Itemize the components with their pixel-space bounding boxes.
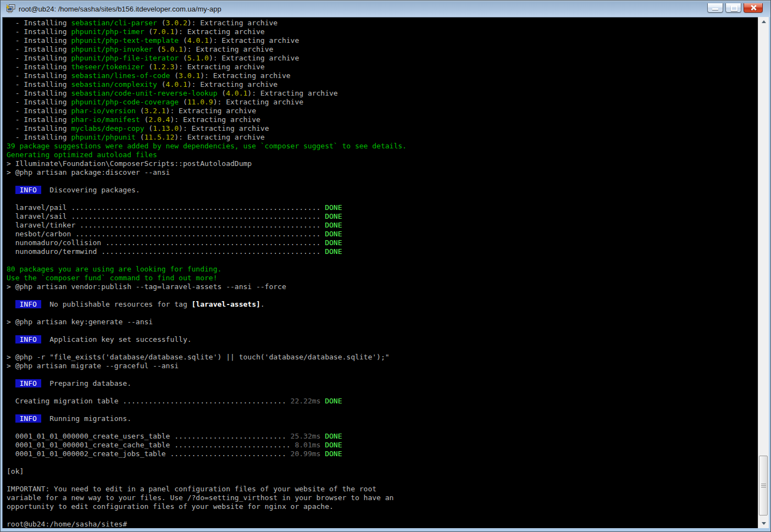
terminal-text-segment: phpunit/php-code-coverage [71, 98, 179, 106]
terminal-text-segment: - Installing [7, 27, 71, 36]
terminal-text-segment: 7.0.1 [153, 27, 174, 36]
terminal-line [7, 256, 758, 265]
terminal-text-segment: - Installing [7, 133, 71, 141]
terminal-line: Use the `composer fund` command to find … [7, 274, 758, 282]
scroll-up-button[interactable] [758, 17, 769, 26]
terminal-text-segment: - Installing [7, 124, 71, 132]
terminal-text-segment: 11.0.9 [187, 98, 213, 106]
terminal-text-segment: 5.1.0 [187, 54, 209, 62]
close-icon [750, 4, 757, 11]
terminal-text-segment [7, 379, 15, 387]
terminal-text-segment [286, 450, 291, 458]
terminal-text-segment: ( [136, 133, 145, 141]
minimize-button[interactable] [707, 3, 723, 13]
terminal-text-segment: 0001_01_01_000002_create_jobs_table [7, 450, 170, 458]
terminal-text-segment: ( [179, 98, 187, 106]
terminal-text-segment: ........................................… [106, 239, 320, 247]
terminal-text-segment: 4.0.1 [166, 80, 187, 88]
terminal-text-segment: phpunit/php-timer [71, 27, 144, 36]
terminal-text-segment: variable for a new way to your files. Us… [7, 494, 393, 502]
terminal-text-segment: DONE [325, 239, 342, 247]
terminal-text-segment: ): Extracting archive [200, 71, 290, 80]
terminal-line: - Installing phpunit/php-invoker (5.0.1)… [7, 45, 758, 54]
terminal-text-segment: nunomaduro/collision [7, 239, 106, 247]
terminal-line [7, 177, 758, 186]
terminal-text-segment: Application key set successfully. [41, 335, 192, 343]
terminal-line [7, 458, 758, 467]
terminal-line [7, 309, 758, 318]
terminal-text-segment: DONE [325, 397, 342, 405]
terminal-text-segment: Discovering packages. [41, 186, 140, 194]
terminal-line: - Installing myclabs/deep-copy (1.13.0):… [7, 124, 758, 133]
terminal-text-segment: ): Extracting archive [247, 89, 337, 97]
putty-window: root@ub24: /home/sasha/sites/b156.itdeve… [0, 0, 771, 532]
terminal-text-segment: .......................... [174, 432, 286, 440]
scroll-thumb[interactable] [759, 456, 768, 516]
terminal-text-segment: 1.2.3 [153, 63, 174, 71]
terminal-text-segment: - Installing [7, 54, 71, 62]
terminal-text-segment: ( [136, 107, 145, 115]
terminal-line [7, 406, 758, 414]
terminal-text-segment: ...................................... [123, 397, 286, 405]
terminal-text-segment: . [260, 300, 265, 308]
terminal-text-segment: DONE [325, 203, 342, 212]
terminal-line [7, 423, 758, 432]
terminal-text-segment: > @php artisan vendor:publish --tag=lara… [7, 282, 286, 291]
terminal-text-segment [320, 221, 325, 229]
terminal-text-segment: laravel/tinker [7, 221, 80, 229]
terminal-line: - Installing theseer/tokenizer (1.2.3): … [7, 63, 758, 71]
terminal-text-segment: ( [157, 19, 166, 27]
terminal-text-segment: ........................................… [71, 212, 320, 220]
terminal-text-segment: - Installing [7, 98, 71, 106]
terminal-text-segment: Running migrations. [41, 414, 131, 423]
terminal-text-segment [7, 335, 15, 343]
terminal-line: 0001_01_01_000001_create_cache_table ...… [7, 441, 758, 450]
terminal-text-segment [320, 239, 325, 247]
terminal-text-segment: No publishable resources for tag [41, 300, 192, 308]
terminal-text-segment: phar-io/manifest [71, 115, 140, 124]
terminal-line: - Installing sebastian/complexity (4.0.1… [7, 80, 758, 89]
terminal-line: - Installing phar-io/version (3.2.1): Ex… [7, 107, 758, 115]
terminal-line: laravel/tinker .........................… [7, 221, 758, 230]
maximize-icon [731, 5, 737, 11]
titlebar[interactable]: root@ub24: /home/sasha/sites/b156.itdeve… [1, 1, 770, 17]
terminal-line: 39 package suggestions were added by new… [7, 142, 758, 151]
terminal-line: nesbot/carbon ..........................… [7, 230, 758, 239]
close-button[interactable] [744, 3, 763, 13]
scrollbar[interactable] [758, 17, 769, 528]
terminal-text-segment: > @php artisan migrate --graceful --ansi [7, 362, 179, 370]
terminal-text-segment: 0001_01_01_000000_create_users_table [7, 432, 174, 440]
terminal-text-segment [320, 247, 325, 256]
terminal-text-segment: - Installing [7, 80, 71, 88]
terminal-text-segment: phpunit/php-file-iterator [71, 54, 179, 62]
terminal-line: 0001_01_01_000002_create_jobs_table ....… [7, 450, 758, 458]
terminal-output[interactable]: - Installing sebastian/cli-parser (3.0.2… [2, 17, 758, 528]
scroll-down-button[interactable] [758, 519, 769, 528]
terminal-text-segment: - Installing [7, 63, 71, 71]
terminal-text-segment: 3.2.1 [144, 107, 165, 115]
terminal-text-segment: laravel/pail [7, 203, 71, 212]
terminal-text-segment: ( [179, 36, 187, 45]
terminal-text-segment: ( [170, 71, 179, 80]
terminal-line: root@ub24:/home/sasha/sites# [7, 520, 758, 528]
terminal-text-segment: IMPORTANT: You need to edit in a panel c… [7, 485, 376, 493]
terminal-line: Generating optimized autoload files [7, 151, 758, 159]
terminal-text-segment: ): Extracting archive [209, 36, 299, 45]
terminal-text-segment: [ok] [7, 467, 24, 475]
terminal-text-segment: Generating optimized autoload files [7, 151, 157, 159]
terminal-text-segment: myclabs/deep-copy [71, 124, 144, 132]
terminal-text-segment: phpunit/php-text-template [71, 36, 179, 45]
terminal-line: > @php -r "file_exists('database/databas… [7, 353, 758, 362]
terminal-line: - Installing sebastian/lines-of-code (3.… [7, 71, 758, 80]
terminal-text-segment: nunomaduro/termwind [7, 247, 101, 256]
terminal-text-segment: DONE [325, 230, 342, 238]
terminal-text-segment: ( [157, 80, 166, 88]
terminal-text-segment: INFO [15, 414, 41, 423]
terminal-line: laravel/pail ...........................… [7, 203, 758, 212]
terminal-text-segment: ........................................… [101, 247, 320, 256]
terminal-text-segment [7, 186, 15, 194]
maximize-button[interactable] [725, 3, 741, 13]
terminal-line: IMPORTANT: You need to edit in a panel c… [7, 485, 758, 494]
terminal-text-segment: ): Extracting archive [174, 27, 264, 36]
terminal-text-segment: Creating migration table [7, 397, 123, 405]
